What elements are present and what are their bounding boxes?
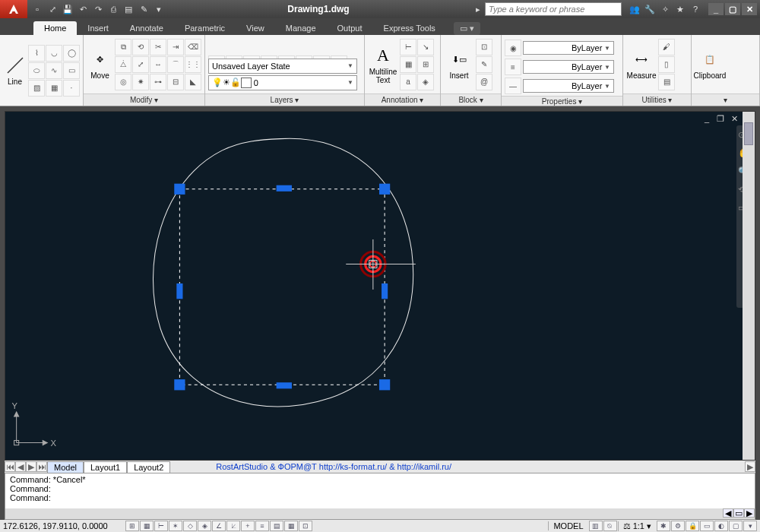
trim-icon[interactable]: ✂ (150, 39, 166, 55)
circle-icon[interactable]: ◯ (63, 45, 80, 62)
dyn-btn[interactable]: + (241, 521, 255, 531)
edit-block-icon[interactable]: ✎ (476, 56, 492, 73)
iso-obj-icon[interactable]: ◐ (714, 521, 728, 531)
lwt-btn[interactable]: ≡ (255, 521, 269, 531)
fav-icon[interactable]: ★ (673, 2, 687, 16)
lt-next-icon[interactable]: ▶ (26, 461, 36, 472)
move-button[interactable]: ✥ Move (87, 38, 113, 91)
tab-manage[interactable]: Manage (275, 21, 327, 35)
calc-icon[interactable]: ▤ (658, 74, 675, 90)
panel-title-clipboard[interactable]: ▾ (692, 93, 759, 106)
snap-btn[interactable]: ⊞ (125, 521, 139, 531)
color-dropdown[interactable]: ByLayer ▼ (523, 41, 614, 55)
tray-icon[interactable]: ▾ (743, 521, 757, 531)
color-btn[interactable]: ◉ (505, 40, 521, 56)
layout-tab-2[interactable]: Layout2 (127, 461, 170, 473)
scale-icon[interactable]: ⤢ (132, 56, 149, 73)
osnap-btn[interactable]: ◇ (183, 521, 197, 531)
panel-title-layers[interactable]: Layers ▾ (205, 93, 364, 106)
hscroll-right-icon[interactable]: ▶ (745, 461, 755, 472)
break-icon[interactable]: ⊟ (167, 74, 184, 90)
lt-btn[interactable]: — (505, 78, 521, 94)
sc-btn[interactable]: ⊡ (299, 521, 312, 531)
doc-restore-icon[interactable]: ❐ (715, 113, 726, 124)
cmd-scroll-grip[interactable]: ▭ (733, 508, 744, 518)
spline-icon[interactable]: ∿ (46, 62, 62, 79)
lt-first-icon[interactable]: ⏮ (5, 461, 15, 472)
otrack-btn[interactable]: ∠ (212, 521, 226, 531)
layout-tab-model[interactable]: Model (47, 461, 84, 473)
qp-btn[interactable]: ▦ (284, 521, 298, 531)
tab-parametric[interactable]: Parametric (174, 21, 236, 35)
tab-annotate[interactable]: Annotate (119, 21, 174, 35)
clipboard-button[interactable]: 📋 Clipboard (695, 38, 725, 91)
tab-express[interactable]: Express Tools (373, 21, 446, 35)
grid-btn[interactable]: ▦ (140, 521, 154, 531)
qat-new-icon[interactable]: ▫ (30, 2, 44, 16)
cmd-scroll-r[interactable]: ▶ (744, 508, 755, 518)
leader-icon[interactable]: ↘ (417, 39, 434, 55)
measure-button[interactable]: ⟷ Measure (626, 38, 657, 91)
ducs-btn[interactable]: ⟀ (226, 521, 240, 531)
layout-tab-1[interactable]: Layout1 (84, 461, 127, 473)
panel-title-properties[interactable]: Properties ▾ (502, 96, 622, 106)
search-go-icon[interactable]: ▸ (471, 2, 485, 16)
qat-plot-icon[interactable]: ▤ (122, 2, 135, 16)
tool-icon[interactable]: 🔧 (643, 2, 657, 16)
infocenter-icon[interactable]: 👥 (628, 2, 641, 16)
stretch-icon[interactable]: ↔ (150, 56, 166, 73)
panel-title-annotation[interactable]: Annotation ▾ (365, 93, 440, 106)
rotate-icon[interactable]: ⟲ (132, 39, 149, 55)
array-icon[interactable]: ⋮⋮ (185, 56, 201, 73)
polar-btn[interactable]: ✶ (169, 521, 182, 531)
tab-insert[interactable]: Insert (77, 21, 119, 35)
hatch-icon[interactable]: ▨ (28, 80, 45, 97)
minimize-button[interactable]: _ (708, 3, 724, 15)
point-icon[interactable]: · (63, 80, 80, 97)
space-label[interactable]: MODEL (548, 521, 587, 530)
ws-icon[interactable]: ⚙ (671, 521, 685, 531)
qat-print-icon[interactable]: ⎙ (106, 2, 120, 16)
attr-icon[interactable]: @ (476, 74, 492, 90)
layout-quick-icon[interactable]: ▥ (589, 521, 603, 531)
command-window[interactable]: Command: *Cancel* Command: Command: ▶▭◀ (5, 473, 755, 520)
dim-icon[interactable]: ⊢ (400, 39, 416, 55)
ellipse-icon[interactable]: ⬭ (28, 62, 45, 79)
select-icon[interactable]: ▯ (658, 56, 675, 73)
explode-icon[interactable]: ✷ (132, 74, 149, 90)
panel-title-utilities[interactable]: Utilities ▾ (623, 93, 691, 106)
linetype-dropdown[interactable]: ByLayer ▼ (523, 79, 614, 93)
tpy-btn[interactable]: ▤ (270, 521, 283, 531)
help-search-input[interactable] (485, 2, 622, 16)
layer-current-dropdown[interactable]: 💡☀🔓 0▼ (208, 75, 357, 90)
tab-view[interactable]: View (236, 21, 275, 35)
drawing-canvas[interactable]: X Y _ ❐ ✕ ⊙ ✋ 🔍 ⟲ ▭ (5, 111, 755, 461)
panel-title-modify[interactable]: Modify ▾ (84, 93, 204, 106)
qat-open-icon[interactable]: ⤢ (46, 2, 59, 16)
text2-icon[interactable]: a (400, 74, 416, 90)
lw-btn[interactable]: ≡ (505, 59, 521, 75)
qat-save-icon[interactable]: 💾 (61, 2, 74, 16)
doc-min-icon[interactable]: _ (701, 113, 712, 124)
hw-accel-icon[interactable]: ▭ (700, 521, 714, 531)
maximize-button[interactable]: ▢ (725, 3, 740, 15)
line-button[interactable]: Line (3, 44, 27, 97)
fillet-icon[interactable]: ⌒ (167, 56, 184, 73)
join-icon[interactable]: ⊶ (150, 74, 166, 90)
doc-close-icon[interactable]: ✕ (729, 113, 739, 124)
canvas-vscroll[interactable] (743, 112, 755, 460)
arc-icon[interactable]: ◡ (46, 45, 62, 62)
lt-last-icon[interactable]: ⏭ (36, 461, 47, 472)
lock-ui-icon[interactable]: 🔒 (686, 521, 699, 531)
qat-publish-icon[interactable]: ✎ (137, 2, 150, 16)
mark-icon[interactable]: ◈ (417, 74, 434, 90)
field-icon[interactable]: ⊞ (417, 56, 434, 73)
copy-icon[interactable]: ⧉ (115, 39, 131, 55)
offset-icon[interactable]: ◎ (115, 74, 131, 90)
region-icon[interactable]: ▦ (46, 80, 62, 97)
ortho-btn[interactable]: ⊢ (154, 521, 168, 531)
ann-vis-icon[interactable]: ✱ (657, 521, 670, 531)
help-icon[interactable]: ? (689, 2, 702, 16)
tab-output[interactable]: Output (327, 21, 373, 35)
panel-title-block[interactable]: Block ▾ (441, 93, 501, 106)
